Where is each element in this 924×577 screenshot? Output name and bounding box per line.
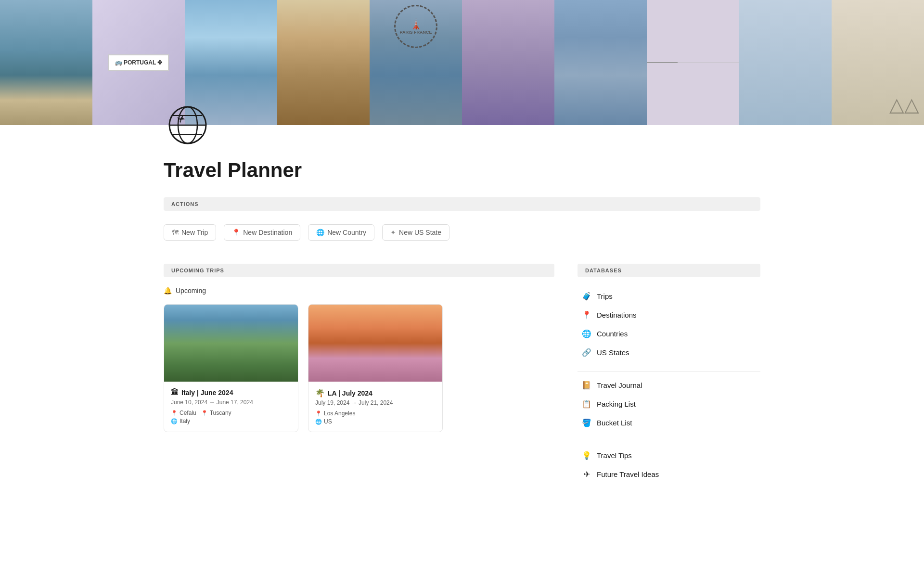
destination-icon-la: 📍 [315, 410, 322, 417]
country-icon-italy: 🌐 [171, 418, 178, 424]
db-divider-2 [578, 442, 760, 442]
new-destination-label: New Destination [243, 229, 292, 236]
trip-card-la[interactable]: 🌴 LA | July 2024 July 19, 2024 → July 21… [308, 304, 443, 432]
db-item-trips[interactable]: 🧳 Trips [578, 287, 760, 306]
db-item-destinations[interactable]: 📍 Destinations [578, 306, 760, 324]
bucket-list-icon: 🪣 [581, 418, 592, 427]
new-trip-label: New Trip [181, 229, 208, 236]
db-item-countries[interactable]: 🌐 Countries [578, 324, 760, 343]
new-us-state-icon: ✦ [390, 229, 396, 236]
trips-icon: 🧳 [581, 292, 592, 301]
actions-section-header: ACTIONS [164, 197, 760, 211]
filter-row[interactable]: 🔔 Upcoming [164, 287, 554, 295]
upcoming-trips-header: UPCOMING TRIPS [164, 264, 554, 277]
travel-journal-label: Travel Journal [597, 381, 642, 389]
db-group-1: 🧳 Trips 📍 Destinations 🌐 Countries 🔗 US … [578, 287, 760, 362]
trip-card-body-italy: 🏛 Italy | June 2024 June 10, 2024 → June… [164, 382, 298, 431]
packing-list-icon: 📋 [581, 399, 592, 409]
db-item-future-travel[interactable]: ✈ Future Travel Ideas [578, 465, 760, 484]
db-item-bucket-list[interactable]: 🪣 Bucket List [578, 413, 760, 432]
new-us-state-label: New US State [399, 229, 441, 236]
new-us-state-button[interactable]: ✦ New US State [382, 224, 449, 241]
trip-meta-italy: 📍 Cefalu 📍 Tuscany 🌐 Italy [171, 410, 291, 424]
portugal-sticker: 🚌 PORTUGAL ✤ [108, 54, 169, 71]
db-item-travel-journal[interactable]: 📔 Travel Journal [578, 376, 760, 395]
filter-label: Upcoming [176, 287, 206, 295]
databases-section-header: DATABASES [578, 264, 760, 277]
trip-cards: 🏛 Italy | June 2024 June 10, 2024 → June… [164, 304, 554, 432]
main-layout: UPCOMING TRIPS 🔔 Upcoming 🏛 Italy | June… [164, 264, 760, 493]
banner-photo-1 [0, 0, 92, 125]
packing-list-label: Packing List [597, 400, 636, 408]
destinations-icon: 📍 [581, 310, 592, 320]
filter-icon: 🔔 [164, 287, 172, 295]
new-trip-button[interactable]: 🗺 New Trip [164, 224, 216, 241]
trip-card-italy[interactable]: 🏛 Italy | June 2024 June 10, 2024 → June… [164, 304, 298, 432]
travel-tips-icon: 💡 [581, 451, 592, 460]
trip-image-italy [164, 305, 298, 382]
actions-row: 🗺 New Trip 📍 New Destination 🌐 New Count… [164, 220, 760, 244]
us-states-label: US States [597, 348, 629, 357]
trip-destination-1-italy: 📍 Cefalu 📍 Tuscany [171, 410, 291, 416]
eiffel-stamp: 🗼 PARIS FRANCE [394, 5, 437, 48]
trip-dates-italy: June 10, 2024 → June 17, 2024 [171, 399, 291, 406]
countries-icon: 🌐 [581, 329, 592, 338]
databases-section: DATABASES 🧳 Trips 📍 Destinations 🌐 Count… [578, 264, 760, 493]
new-country-label: New Country [327, 229, 366, 236]
logo-area [164, 101, 760, 151]
countries-label: Countries [597, 330, 628, 338]
new-trip-icon: 🗺 [172, 229, 179, 236]
db-group-3: 💡 Travel Tips ✈ Future Travel Ideas [578, 446, 760, 484]
banner-photo-10: △△ [832, 0, 924, 125]
globe-icon [164, 101, 212, 149]
country-icon-la: 🌐 [315, 419, 322, 425]
future-travel-icon: ✈ [581, 470, 592, 479]
travel-tips-label: Travel Tips [597, 451, 632, 460]
future-travel-label: Future Travel Ideas [597, 470, 659, 478]
new-country-button[interactable]: 🌐 New Country [308, 224, 374, 241]
trip-country-italy: 🌐 Italy [171, 418, 291, 424]
new-destination-button[interactable]: 📍 New Destination [224, 224, 300, 241]
trip-emoji-la: 🌴 [315, 388, 325, 397]
actions-section: ACTIONS 🗺 New Trip 📍 New Destination 🌐 N… [164, 197, 760, 244]
bucket-list-label: Bucket List [597, 419, 632, 427]
db-divider-1 [578, 372, 760, 372]
us-states-icon: 🔗 [581, 348, 592, 357]
trips-section: UPCOMING TRIPS 🔔 Upcoming 🏛 Italy | June… [164, 264, 554, 493]
trip-card-body-la: 🌴 LA | July 2024 July 19, 2024 → July 21… [308, 382, 442, 432]
new-country-icon: 🌐 [316, 229, 324, 236]
trip-image-la [308, 305, 442, 382]
trips-label: Trips [597, 292, 613, 300]
db-item-us-states[interactable]: 🔗 US States [578, 343, 760, 362]
destination-icon-1: 📍 [171, 410, 178, 416]
new-destination-icon: 📍 [232, 229, 240, 236]
trip-title-italy: 🏛 Italy | June 2024 [171, 388, 291, 397]
trip-emoji-italy: 🏛 [171, 388, 179, 397]
trip-meta-la: 📍 Los Angeles 🌐 US [315, 410, 436, 425]
db-group-2: 📔 Travel Journal 📋 Packing List 🪣 Bucket… [578, 376, 760, 432]
travel-journal-icon: 📔 [581, 381, 592, 390]
trip-destination-la: 📍 Los Angeles [315, 410, 436, 417]
trip-dates-la: July 19, 2024 → July 21, 2024 [315, 399, 436, 406]
page-title: Travel Planner [164, 159, 760, 182]
trip-title-la: 🌴 LA | July 2024 [315, 388, 436, 397]
destinations-label: Destinations [597, 311, 637, 319]
trip-country-la: 🌐 US [315, 418, 436, 425]
destination-icon-2: 📍 [201, 410, 208, 416]
db-item-packing-list[interactable]: 📋 Packing List [578, 395, 760, 413]
db-item-travel-tips[interactable]: 💡 Travel Tips [578, 446, 760, 465]
